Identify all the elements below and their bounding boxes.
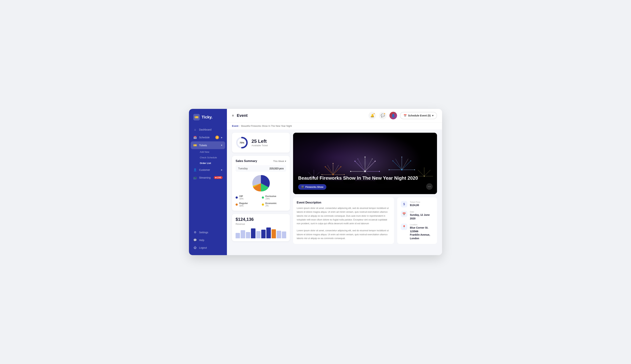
breadcrumb-current: Beautiful Fireworks Show In The New Year…: [241, 124, 292, 127]
schedule-event-button[interactable]: 📅 Schedule Event (5) ▾: [400, 112, 437, 119]
schedule-badge: 2: [215, 136, 219, 139]
hero-event-tag: 🎬 Fireworks Show: [298, 184, 326, 190]
tickets-arrow: ▼: [221, 144, 223, 146]
sidebar-item-streaming[interactable]: 📺 Streaming LIVE: [189, 174, 227, 182]
economic-label: Economic: [265, 202, 277, 204]
sales-header: Sales Summary This Week ▾: [236, 160, 286, 163]
price-label: Ticket Price: [410, 201, 420, 203]
sidebar: 🎫 Ticky. ⌂ Dashboard 📅 Schedule 2 ▶ 🎫 Ti…: [189, 109, 227, 255]
event-desc-text2: Lorem ipsum dolor sit amet, consectetur …: [297, 229, 390, 240]
week-dropdown-icon: ▾: [285, 160, 286, 162]
pie-chart-svg: [247, 174, 275, 192]
svg-point-15: [355, 161, 355, 162]
streaming-icon: 📺: [193, 176, 197, 179]
sidebar-label-schedule: Schedule: [199, 136, 213, 139]
vip-label: VIP: [239, 195, 244, 198]
ticket-count: 25 Left: [252, 138, 268, 144]
sidebar-sub-check-schedule[interactable]: Check Schedule: [189, 155, 227, 160]
settings-icon: ⚙: [193, 230, 197, 234]
more-options-button[interactable]: ⋯: [426, 183, 433, 190]
legend-reguler: Reguler 30%: [236, 202, 260, 207]
bar: [266, 228, 271, 238]
sidebar-sub-order-list[interactable]: Order List: [189, 160, 227, 166]
hero-event-title: Beautiful Fireworks Show In The New Year…: [298, 175, 432, 181]
sidebar-item-logout[interactable]: ⏻ Logout: [189, 244, 227, 252]
svg-point-30: [325, 166, 326, 167]
live-dot: [215, 177, 217, 178]
location-icon: 📍: [401, 224, 407, 230]
live-badge: LIVE: [214, 176, 223, 179]
film-icon: 🎬: [301, 186, 304, 188]
location-label: Location: [410, 224, 433, 226]
revenue-card: $124,136 Revenue: [232, 214, 290, 241]
ticket-sub: Available Ticket: [252, 144, 268, 147]
sidebar-label-streaming: Streaming: [199, 176, 212, 179]
revenue-amount: $124,136: [236, 217, 286, 222]
vip-dot: [236, 196, 238, 198]
sidebar-sub-add-new[interactable]: Add New: [189, 149, 227, 155]
sidebar-item-schedule[interactable]: 📅 Schedule 2 ▶: [189, 134, 227, 142]
ticket-available-card: 75% 25 Left Available Ticket: [232, 133, 290, 152]
svg-point-18: [357, 158, 358, 159]
date-value: Sunday, 12 June 2020: [410, 213, 433, 220]
week-selector[interactable]: This Week ▾: [273, 160, 286, 162]
add-new-label: Add New: [200, 150, 209, 153]
page-title: Event: [237, 113, 366, 118]
breadcrumb-separator: /: [239, 124, 240, 127]
breadcrumb-parent[interactable]: Event: [232, 124, 238, 127]
hero-tag-label: Fireworks Show: [305, 186, 323, 188]
hamburger-icon[interactable]: ≡: [232, 114, 234, 118]
exclusive-dot: [262, 196, 264, 198]
schedule-arrow: ▶: [221, 136, 223, 138]
logout-icon: ⏻: [193, 246, 197, 249]
event-desc-text1: Lorem ipsum dolor sit amet, consectetur …: [297, 206, 390, 226]
sidebar-label-settings: Settings: [199, 231, 223, 234]
event-details: Event Description Lorem ipsum dolor sit …: [293, 197, 437, 244]
sales-row: Tuesday 215,523 pcs: [236, 165, 286, 172]
meta-price-item: $ Ticket Price $124,00: [401, 201, 433, 208]
sidebar-item-tickets[interactable]: 🎫 Tickets ▼: [191, 142, 225, 149]
sales-title: Sales Summary: [236, 160, 257, 163]
bar: [241, 230, 245, 238]
sales-day: Tuesday: [238, 167, 248, 170]
bar: [246, 232, 250, 238]
customer-arrow: ▶: [221, 169, 223, 171]
bar: [236, 233, 240, 238]
sidebar-item-help[interactable]: 💬 Help: [189, 236, 227, 244]
sidebar-label-tickets: Tickets: [199, 144, 219, 147]
user-avatar[interactable]: 👤: [389, 112, 397, 119]
svg-point-43: [392, 160, 393, 161]
message-button[interactable]: 💬: [379, 112, 386, 119]
event-desc-title: Event Description: [297, 201, 390, 204]
topbar: ≡ Event 🔔 💬 👤 📅 Schedule Event (5) ▾: [227, 109, 442, 122]
tickets-icon: 🎫: [193, 144, 197, 147]
meta-date-item: 📅 Date Sunday, 12 June 2020: [401, 211, 433, 220]
revenue-label: Revenue: [236, 222, 286, 225]
location-value: Blue Corner St. 123566 Franklin Avenue, …: [410, 226, 433, 240]
sidebar-item-settings[interactable]: ⚙ Settings: [189, 228, 227, 236]
donut-chart: 75%: [236, 136, 248, 149]
hero-event-card: Beautiful Fireworks Show In The New Year…: [293, 133, 437, 194]
legend-exclusive: Exclusive 24%: [262, 195, 286, 200]
sidebar-label-customer: Customer: [199, 168, 219, 171]
customer-icon: 👤: [193, 168, 197, 172]
sidebar-item-dashboard[interactable]: ⌂ Dashboard: [189, 126, 227, 134]
notification-button[interactable]: 🔔: [368, 112, 376, 119]
price-icon: $: [401, 201, 407, 208]
right-panel: Beautiful Fireworks Show In The New Year…: [293, 133, 437, 252]
sales-amount: 215,523 pcs: [269, 167, 284, 170]
bar: [282, 232, 286, 238]
svg-point-12: [364, 156, 365, 158]
sidebar-item-customer[interactable]: 👤 Customer ▶: [189, 166, 227, 174]
bar: [251, 228, 255, 238]
bar: [272, 229, 276, 238]
reguler-dot: [236, 204, 238, 206]
svg-point-45: [401, 169, 402, 170]
svg-point-13: [375, 161, 375, 162]
pie-legend: VIP 30% Exclusive 24%: [236, 195, 286, 207]
exclusive-label: Exclusive: [265, 195, 276, 198]
main-content: ≡ Event 🔔 💬 👤 📅 Schedule Event (5) ▾: [227, 109, 442, 255]
help-icon: 💬: [193, 238, 197, 242]
date-label: Date: [410, 211, 433, 213]
event-description-card: Event Description Lorem ipsum dolor sit …: [293, 197, 394, 244]
